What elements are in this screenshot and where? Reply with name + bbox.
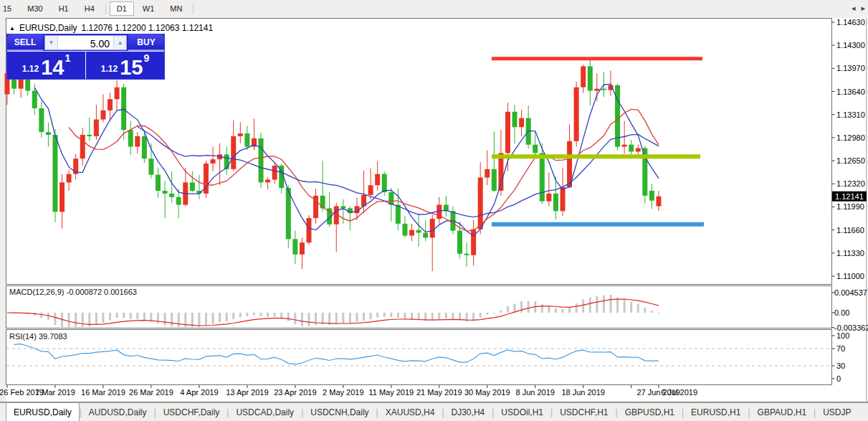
candle-body — [512, 112, 518, 127]
candle-body — [519, 118, 524, 128]
date-axis-label: 30 May 2019 — [464, 388, 510, 397]
sell-button[interactable]: SELL — [7, 34, 43, 51]
candle-body — [368, 185, 373, 195]
chart-tab-xauusd-h4[interactable]: XAUUSD,H4 — [378, 403, 442, 421]
candle-body — [636, 148, 641, 152]
candle-body — [574, 87, 579, 141]
chart-tab-gbpusd-h1[interactable]: GBPUSD,H1 — [618, 403, 682, 421]
sell-price-main: 14 — [41, 58, 64, 77]
candle-body — [561, 187, 566, 211]
tab-scroll-controls: ◂ ▸ — [852, 4, 865, 13]
date-axis-label: 23 Apr 2019 — [274, 388, 316, 397]
candle-body — [320, 196, 325, 209]
chart-tab-usdchf-daily[interactable]: USDCHF,Daily — [156, 403, 227, 421]
candle-body — [423, 233, 428, 238]
candle-body — [156, 175, 161, 191]
macd-label: MACD(12,26,9) -0.000872 0.001663 — [9, 288, 137, 296]
candle-body — [409, 230, 414, 236]
rsi-label: RSI(14) 39.7083 — [9, 332, 67, 341]
rsi-axis-label: 0 — [836, 374, 841, 383]
one-click-trading-panel: SELL ▼ 5.00 ▲ BUY 1.12 14 1 1.12 15 9 — [6, 34, 165, 80]
candle-body — [231, 136, 236, 169]
candle-body — [94, 120, 99, 136]
buy-price-main: 15 — [120, 58, 143, 77]
candle-body — [649, 191, 654, 201]
date-axis-label: 13 Apr 2019 — [226, 388, 268, 397]
date-axis-label: 4 Apr 2019 — [180, 388, 218, 397]
candle-body — [59, 182, 65, 212]
price-axis-label: 1.13970 — [836, 64, 865, 72]
candle-body — [485, 169, 490, 178]
macd-axis-label: -0.003362 — [834, 323, 868, 332]
trade-panel-controls: SELL ▼ 5.00 ▲ BUY — [7, 34, 164, 51]
current-price-badge-label: 1.12141 — [835, 192, 864, 201]
candle-body — [32, 91, 37, 108]
chart-tab-audusd-daily[interactable]: AUDUSD,Daily — [82, 403, 154, 421]
date-axis-label: 8 Jun 2019 — [516, 388, 555, 397]
candle-body — [108, 99, 113, 110]
chart-tab-eurusd-daily[interactable]: EURUSD,Daily — [6, 402, 80, 421]
chart-tab-usdcad-daily[interactable]: USDCAD,Daily — [229, 403, 301, 421]
date-axis-label: 6 Jul 2019 — [661, 388, 697, 397]
sell-price-prefix: 1.12 — [22, 64, 39, 74]
candle-body — [588, 66, 593, 90]
candle-body — [87, 135, 92, 136]
chart-symbol-label: EURUSD,Daily — [19, 23, 77, 33]
buy-price[interactable]: 1.12 15 9 — [86, 52, 164, 79]
tab-scroll-right-icon[interactable]: ▸ — [861, 4, 865, 13]
candle-body — [375, 174, 380, 186]
volume-increase-icon[interactable]: ▲ — [113, 36, 126, 49]
candle-body — [416, 230, 421, 233]
volume-decrease-icon[interactable]: ▼ — [45, 36, 58, 49]
price-axis-label: 1.11660 — [836, 226, 864, 235]
candle-body — [52, 135, 57, 212]
candle-body — [121, 87, 126, 130]
macd-axis-label: 0.00 — [834, 308, 849, 317]
mt4-terminal-window: 15M30H1H4D1W1MN 1.146301.143001.139701.1… — [0, 0, 868, 421]
candle-body — [340, 206, 345, 208]
buy-button[interactable]: BUY — [128, 34, 164, 51]
date-axis-label: 7 Mar 2019 — [35, 388, 75, 397]
candle-body — [135, 136, 140, 147]
chart-tab-eurusd-h1[interactable]: EURUSD,H1 — [684, 403, 748, 421]
candle-body — [67, 174, 72, 183]
collapse-panel-icon[interactable]: ▲ — [9, 25, 15, 32]
date-axis-label: 21 May 2019 — [416, 388, 462, 397]
sell-price[interactable]: 1.12 14 1 — [7, 52, 86, 79]
buy-price-pip: 9 — [143, 52, 149, 64]
chart-tab-usdoil-h1[interactable]: USDOil,H1 — [494, 403, 550, 421]
candle-body — [546, 194, 551, 202]
price-axis-label: 1.12980 — [836, 133, 865, 142]
candle-body — [148, 159, 153, 174]
candle-body — [80, 135, 85, 159]
candle-body — [224, 154, 229, 169]
chart-tab-usdchf-h1[interactable]: USDCHF,H1 — [553, 403, 615, 421]
date-axis-label: 26 Mar 2019 — [129, 388, 173, 397]
candle-body — [540, 153, 545, 201]
volume-input[interactable]: 5.00 — [58, 36, 113, 49]
price-axis-label: 1.14630 — [836, 18, 865, 27]
candle-body — [396, 205, 401, 224]
rsi-pane-border — [6, 330, 832, 385]
date-axis-label: 16 Mar 2019 — [81, 388, 125, 397]
candle-body — [265, 179, 270, 182]
price-axis-label: 1.13640 — [836, 87, 865, 96]
chart-tab-dj30-h4[interactable]: DJ30,H4 — [444, 403, 492, 421]
candle-body — [533, 145, 538, 153]
candle-body — [478, 178, 483, 230]
candle-body — [464, 254, 469, 255]
price-axis-label: 1.11330 — [836, 249, 864, 257]
chart-tab-usdjp[interactable]: USDJP — [816, 403, 858, 421]
candle-body — [492, 169, 497, 191]
trade-panel-prices: 1.12 14 1 1.12 15 9 — [7, 51, 164, 79]
candle-body — [430, 219, 435, 237]
price-axis-label: 1.11990 — [836, 202, 864, 211]
tab-scroll-left-icon[interactable]: ◂ — [852, 4, 856, 13]
date-axis-label: 18 Jun 2019 — [561, 388, 605, 397]
chart-tab-usdcnh-daily[interactable]: USDCNH,Daily — [303, 403, 376, 421]
candle-body — [656, 197, 661, 207]
candle-body — [382, 174, 387, 192]
date-axis-label: 2 May 2019 — [323, 388, 363, 397]
candle-body — [553, 194, 558, 211]
chart-tab-gbpaud-h1[interactable]: GBPAUD,H1 — [750, 403, 814, 421]
